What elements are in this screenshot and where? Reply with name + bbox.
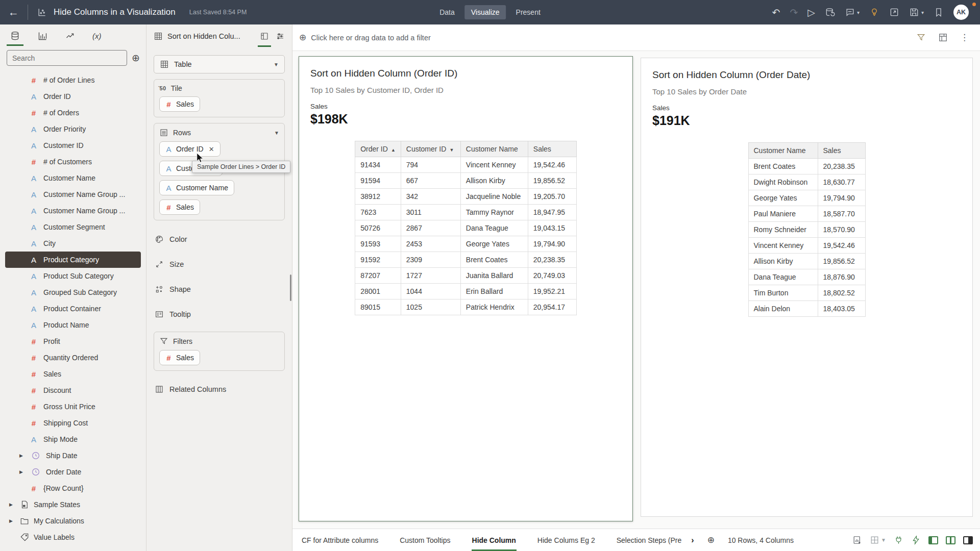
data-preview-icon[interactable] [852,535,862,545]
dataset-item[interactable]: ▶Sample States [5,496,141,513]
save-caret-icon[interactable]: ▾ [921,10,924,15]
comment-caret-icon[interactable]: ▾ [857,10,860,15]
field-item[interactable]: #Discount [5,382,141,398]
field-item-selected[interactable]: AProduct Category [5,252,141,268]
table-row[interactable]: George Yates 19,794.90 [748,190,865,206]
add-filter-icon[interactable]: ⊕ [299,33,306,42]
cell[interactable]: 38912 [355,189,401,205]
insights-bulb-icon[interactable] [869,7,879,17]
redo-icon[interactable]: ↷ [790,8,798,17]
cell[interactable]: 1044 [401,284,460,299]
cell[interactable]: 91593 [355,236,401,252]
table-row[interactable]: Vincent Kenney 19,542.46 [748,238,865,254]
cell[interactable]: Brent Coates [748,159,818,174]
field-item[interactable]: ACustomer Name Group ... [5,203,141,219]
canvas-tab[interactable]: Custom Tooltips [399,530,451,551]
field-item[interactable]: AOrder Priority [5,121,141,137]
table-row[interactable]: 28001 1044 Erin Ballard 19,952.21 [355,284,577,299]
field-item[interactable]: AProduct Name [5,317,141,333]
cell[interactable]: Dana Teague [748,269,818,285]
tab-calculations[interactable]: (x) [91,24,103,47]
column-header[interactable]: Customer Name [460,141,528,157]
table-row[interactable]: 50726 2867 Dana Teague 19,043.15 [355,220,577,236]
cell[interactable]: 89015 [355,299,401,315]
field-item[interactable]: #Quantity Ordered [5,349,141,366]
field-item[interactable]: AOrder ID [5,88,141,105]
field-item[interactable]: AGrouped Sub Category [5,284,141,300]
field-item[interactable]: ACustomer Segment [5,219,141,235]
viz-type-dropdown[interactable]: Table ▼ [154,55,285,73]
table-row[interactable]: Dwight Robinson 18,630.77 [748,174,865,190]
field-item[interactable]: AProduct Container [5,300,141,317]
comment-icon[interactable] [845,7,855,17]
field-item[interactable]: #Profit [5,333,141,349]
field-item[interactable]: AProduct Sub Category [5,268,141,284]
column-header[interactable]: Customer ID▼ [401,141,460,157]
table-row[interactable]: 91593 2453 George Yates 19,794.90 [355,236,577,252]
cell[interactable]: 19,205.70 [528,189,576,205]
cell[interactable]: 342 [401,189,460,205]
avatar[interactable]: AK [953,5,969,20]
add-dataset-icon[interactable]: ⊕ [132,53,140,63]
cell[interactable]: 7623 [355,205,401,220]
table-row[interactable]: Romy Schneider 18,570.90 [748,222,865,238]
pill-sales-filter[interactable]: #Sales [159,350,200,365]
table-row[interactable]: 91592 2309 Brent Coates 20,238.35 [355,252,577,268]
table-row[interactable]: 38912 342 Jacqueline Noble 19,205.70 [355,189,577,205]
column-header[interactable]: Sales [528,141,576,157]
table-row[interactable]: 91434 794 Vincent Kenney 19,542.46 [355,157,577,173]
canvas-settings-icon[interactable] [938,33,948,42]
tab-present[interactable]: Present [509,5,547,19]
cell[interactable]: Tim Burton [748,285,818,301]
pill-customer-name[interactable]: ACustomer Name [159,180,234,195]
column-header[interactable]: Customer Name [748,143,818,159]
field-item[interactable]: #{Row Count} [5,480,141,496]
column-header[interactable]: Sales [818,143,865,159]
cell[interactable]: 2309 [401,252,460,268]
cell[interactable]: Vincent Kenney [748,238,818,254]
cell[interactable]: Juanita Ballard [460,268,528,284]
field-item[interactable]: ACity [5,235,141,252]
cell[interactable]: 19,856.52 [528,173,576,189]
field-item[interactable]: ## of Orders [5,105,141,121]
field-item[interactable]: AShip Mode [5,431,141,447]
cell[interactable]: 18,876.90 [818,269,865,285]
table-row[interactable]: 7623 3011 Tammy Raynor 18,947.95 [355,205,577,220]
cell[interactable]: 19,794.90 [818,190,865,206]
table-row[interactable]: 87207 1727 Juanita Ballard 20,749.03 [355,268,577,284]
cell[interactable]: 18,630.77 [818,174,865,190]
table-row[interactable]: Dana Teague 18,876.90 [748,269,865,285]
cell[interactable]: 91594 [355,173,401,189]
collapse-chevron-icon[interactable]: ▼ [274,130,279,136]
expand-arrow-icon[interactable]: ▶ [9,502,15,507]
limit-values-funnel-icon[interactable] [916,33,926,42]
field-item-date[interactable]: ▶Ship Date [5,447,141,464]
cell[interactable]: 1025 [401,299,460,315]
cell[interactable]: 18,587.70 [818,206,865,222]
canvas-tab[interactable]: Hide Colums Eg 2 [537,530,596,551]
cell[interactable]: 18,947.95 [528,205,576,220]
cell[interactable]: 20,954.17 [528,299,576,315]
table-row[interactable]: Paul Maniere 18,587.70 [748,206,865,222]
cell[interactable]: 19,952.21 [528,284,576,299]
field-item[interactable]: ACustomer Name [5,170,141,186]
field-item[interactable]: #Shipping Cost [5,415,141,431]
cell[interactable]: 18,403.05 [818,301,865,317]
cell[interactable]: Jacqueline Noble [460,189,528,205]
table-row[interactable]: Alain Delon 18,403.05 [748,301,865,317]
viz-order-date[interactable]: Sort on Hidden Column (Order Date) Top 1… [641,58,973,517]
table-row[interactable]: 89015 1025 Patrick Hendrix 20,954.17 [355,299,577,315]
cell[interactable]: 20,238.35 [528,252,576,268]
cell[interactable]: 20,238.35 [818,159,865,174]
scrollbar-thumb[interactable] [290,274,291,301]
field-item[interactable]: #Gross Unit Price [5,398,141,415]
kebab-menu-icon[interactable]: ⋮ [960,32,969,43]
cell[interactable]: 20,749.03 [528,268,576,284]
search-input[interactable] [7,50,127,66]
pill-order-id[interactable]: AOrder ID✕ [159,141,220,157]
tab-visualize[interactable]: Visualize [464,5,506,19]
cell[interactable]: Erin Ballard [460,284,528,299]
canvas-tab[interactable]: CF for Attribute columns [301,530,379,551]
cell[interactable]: 19,794.90 [528,236,576,252]
plugin-icon[interactable] [894,535,903,545]
